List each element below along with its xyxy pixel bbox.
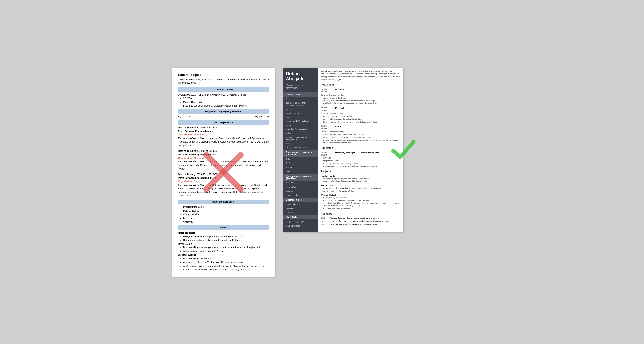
exp3-bullets: Worked on Data Virtualization team, San … [323, 134, 400, 144]
sidebar-hard-skills-header: Hard Skills [284, 215, 318, 219]
project-1: Ratchet Handle Designed multiplayer laby… [178, 231, 269, 242]
sidebar-skill-communication: Communication [284, 202, 318, 206]
academic-section-header: Academic Details [178, 87, 269, 92]
skill-3: Communication [183, 213, 269, 216]
skills-header: Hard and Soft Skills [178, 200, 269, 204]
work3-date: Date of Joining: 2013-06 to 2013-09 [178, 173, 217, 176]
gpa-item: 3,7 GPA [183, 97, 269, 100]
exp1-role: Software Engineering Intern [321, 94, 400, 97]
sidebar-email-value: BobAbogado@gmail.com [284, 119, 318, 123]
exp-header-2: 2014-06 - 2014-09 Microsoft [321, 107, 400, 112]
proj1-name: Ratchet Handle [178, 231, 269, 235]
exp-entry-2: 2014-06 - 2014-09 Microsoft Software Eng… [321, 107, 400, 123]
sidebar-lang-html: HTML/CSS [284, 185, 318, 189]
sidebar-lang-sql: SQL [284, 157, 318, 161]
activity-1: 2015 Attended Quackcon. Spoke on panel a… [321, 217, 400, 219]
sidebar-business-skills-header: Business Skills [284, 198, 318, 202]
skill-5: Creativity [183, 220, 269, 224]
edu-entry-1: 2012-09 - 2016-05 University of Oregon, … [321, 151, 400, 168]
work-exp-header: Work Experience [178, 120, 269, 125]
activity-3: 2016 Organized a local hacker's gatherin… [321, 223, 400, 226]
lang-right: Python, Java [255, 115, 269, 119]
exp1-bullets: Worked on Azure Batch team. Used C, Java… [323, 97, 400, 105]
sidebar-lang-assembly: Assembly [284, 181, 318, 185]
sidebar-phone-value: 501-872-5940 [284, 111, 318, 115]
sidebar-skill-leadership: Leadership [284, 206, 318, 210]
projects-title: Projects [321, 170, 400, 173]
resume-main: Inquisitive, energetic computer science … [318, 68, 404, 232]
lang-left: SQL, C, C++ [178, 115, 192, 119]
work-entry-2: Date of Joining: 2014-06 to 2014-09 Post… [178, 149, 269, 170]
sidebar-title: Computer science professional [284, 83, 318, 92]
sidebar-personal-info-header: Personal Info [284, 92, 318, 97]
exp2-company: Microsoft [335, 107, 344, 109]
honor-item: Magna Cum Laude [183, 100, 269, 104]
work1-org: Organization: Microsoft [178, 133, 204, 136]
work1-desc: The scope of work: Worked on Azure Batch… [178, 137, 269, 147]
proj2-b2: Wrote software for the gauge in Python. [183, 249, 269, 253]
sidebar-hard-skill-2: Data Structures [284, 224, 318, 228]
bad-resume-address: Address: 118 Second Stoneway Poneton, OR… [216, 78, 269, 82]
experience-title: Experience [321, 83, 400, 87]
exp-entry-3: 2013-06 - 2013-09 Cisco Software Enginee… [321, 125, 400, 144]
exp1-date-start: 2015-06 - [321, 88, 328, 90]
weather-name: Weather Widget [321, 194, 400, 196]
sidebar-lang-python: Python [284, 165, 318, 169]
skill-1: Programming Logic [183, 205, 269, 209]
exp-entry-1: 2015-06 - 2015-09 Microsoft Software Eng… [321, 88, 400, 105]
ratchet-name: Ratchet Handle [321, 175, 400, 177]
work-entry-3: Date of Joining: 2013-06 to 2013-09 Post… [178, 173, 269, 197]
project-river: River Gauge Built a working river gauge … [321, 184, 400, 192]
bad-resume: Robert Abogado Address: 118 Second Stone… [172, 68, 275, 277]
exp3-role: Software Engineering Intern [321, 131, 400, 133]
river-name: River Gauge [321, 184, 400, 187]
skill-2: Data structures [183, 209, 269, 213]
sidebar-address-value: 118 Second StonewayPoneton, OR, 11619 [284, 101, 318, 108]
project-2: River Gauge Built a working river gauge … [178, 242, 269, 253]
subject-item: Favourite subject: Relational Database M… [183, 104, 269, 108]
academic-list: 3,7 GPA Magna Cum Laude Favourite subjec… [183, 97, 269, 108]
project-ratchet: Ratchet Handle Designed multiplayer laby… [321, 175, 400, 183]
sidebar-lang-java: Java [284, 169, 318, 173]
sidebar-www-value: www.Bob.Abogado.com [284, 127, 318, 131]
exp-header-1: 2015-06 - 2015-09 Microsoft [321, 88, 400, 93]
sidebar-linkedin-label: LinkedIn [284, 131, 318, 135]
prog-lang-header: Programic Languages (proficient) [178, 109, 269, 114]
sidebar-twitter-value: twitter.com/bobabogado [284, 146, 318, 150]
sidebar-www-label: WWW [284, 123, 318, 127]
exp1-company: Microsoft [335, 88, 344, 91]
edu-date-end: 2016-05 [321, 154, 327, 156]
sidebar-name: Robert Abogado [284, 68, 318, 83]
activities-title: Activities [321, 212, 400, 216]
sidebar-lang-typescript: TypeScript [284, 189, 318, 193]
work-entry-1: Date of Joining: 2015-06 to 2015-09 Post… [178, 126, 269, 147]
proj3-b2: App connects to OpenWeatherMap API for r… [183, 260, 269, 264]
work2-post: Post: Software Engineering Intern [178, 153, 216, 156]
sidebar-lang-unreal: Unreal Engine [284, 193, 318, 197]
sidebar-hard-skill-1: Programming Logic [284, 219, 318, 224]
skill-4: Leadership [183, 216, 269, 220]
good-resume-wrapper: Robert Abogado Computer science professi… [284, 68, 404, 232]
work1-date: Date of Joining: 2015-06 to 2015-09 [178, 126, 217, 129]
sidebar-skill-creativity: Creativity [284, 210, 318, 215]
projects-header: Projects [178, 225, 269, 230]
work2-desc: The scope of work: Worked on Azure Conta… [178, 160, 269, 171]
proj3-b3: App's background is a map pulled from Go… [183, 264, 269, 271]
good-resume: Robert Abogado Computer science professi… [284, 68, 404, 232]
work3-post: Post: Software Engineering Intern [178, 177, 216, 179]
work3-desc: The scope of work: Worked on Data Virtua… [178, 183, 269, 197]
exp1-date-end: 2015-09 [321, 91, 327, 93]
exp3-date-end: 2013-09 [321, 128, 327, 130]
exp3-company: Cisco [335, 125, 341, 128]
exp3-date-start: 2013-06 - [321, 125, 328, 127]
page-container: Robert Abogado Address: 118 Second Stone… [172, 68, 472, 277]
sidebar-email-label: E-mail [284, 116, 318, 119]
resume-sidebar: Robert Abogado Computer science professi… [284, 68, 318, 232]
bad-resume-tel: Tel: 501-872-5940 [178, 81, 269, 85]
sidebar-phone-label: Phone [284, 108, 318, 111]
project-3: Weather Widget Built a working weather a… [178, 253, 269, 271]
proj1-b2: Outsourced portions of the game to frien… [183, 238, 269, 242]
exp-header-3: 2013-06 - 2013-09 Cisco [321, 125, 400, 130]
sidebar-address-label: Address [284, 97, 318, 101]
sidebar-prog-fam-header: Programming Languages (Familiar) [284, 174, 318, 181]
